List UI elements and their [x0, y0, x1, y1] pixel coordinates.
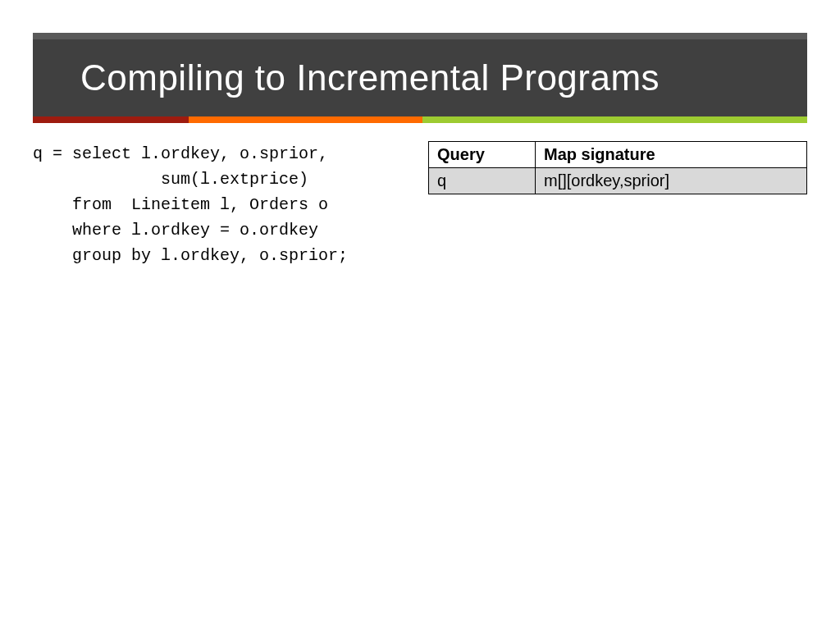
- table-row: q m[][ordkey,sprior]: [429, 168, 807, 194]
- content-area: q = select l.ordkey, o.sprior, sum(l.ext…: [33, 141, 807, 268]
- slide-title: Compiling to Incremental Programs: [80, 57, 766, 98]
- title-bar: Compiling to Incremental Programs: [33, 39, 807, 116]
- cell-signature: m[][ordkey,sprior]: [536, 168, 807, 194]
- color-strip: [33, 116, 807, 123]
- code-line-3: from Lineitem l, Orders o: [33, 195, 328, 214]
- cell-query: q: [429, 168, 536, 194]
- code-line-4: where l.ordkey = o.ordkey: [33, 221, 318, 240]
- table-header-row: Query Map signature: [429, 142, 807, 168]
- header-query: Query: [429, 142, 536, 168]
- code-line-1: q = select l.ordkey, o.sprior,: [33, 144, 328, 163]
- sql-code-block: q = select l.ordkey, o.sprior, sum(l.ext…: [33, 141, 410, 268]
- header-signature: Map signature: [536, 142, 807, 168]
- strip-green: [422, 116, 807, 123]
- strip-red: [33, 116, 189, 123]
- code-line-5: group by l.ordkey, o.sprior;: [33, 246, 348, 265]
- map-signature-table: Query Map signature q m[][ordkey,sprior]: [428, 141, 807, 194]
- top-accent-bar: [33, 33, 807, 39]
- strip-orange: [189, 116, 422, 123]
- code-line-2: sum(l.extprice): [33, 170, 308, 189]
